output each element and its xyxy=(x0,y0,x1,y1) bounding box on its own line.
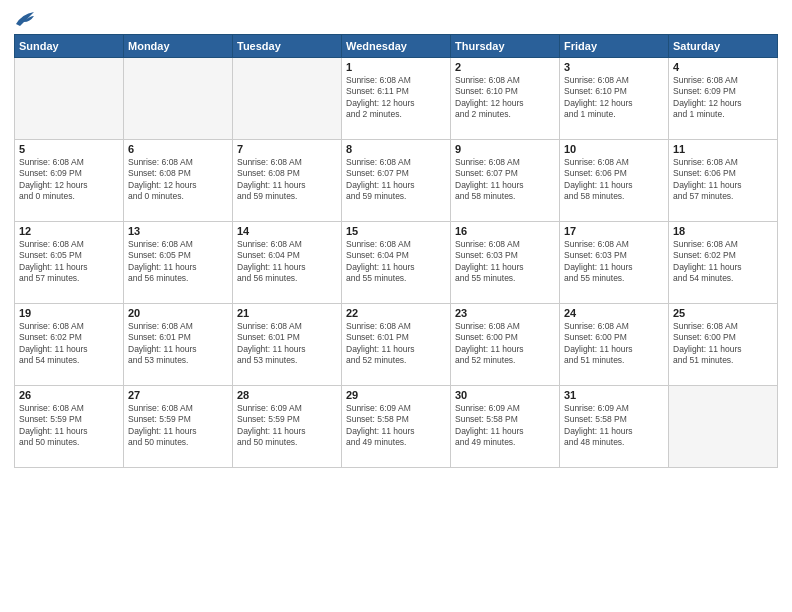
day-info: Sunrise: 6:08 AM Sunset: 6:09 PM Dayligh… xyxy=(19,157,119,203)
week-row-2: 12Sunrise: 6:08 AM Sunset: 6:05 PM Dayli… xyxy=(15,222,778,304)
calendar-table: SundayMondayTuesdayWednesdayThursdayFrid… xyxy=(14,34,778,468)
logo-bird-icon xyxy=(14,10,36,28)
day-info: Sunrise: 6:08 AM Sunset: 6:07 PM Dayligh… xyxy=(346,157,446,203)
calendar-cell: 30Sunrise: 6:09 AM Sunset: 5:58 PM Dayli… xyxy=(451,386,560,468)
day-number: 1 xyxy=(346,61,446,73)
day-number: 9 xyxy=(455,143,555,155)
day-info: Sunrise: 6:08 AM Sunset: 6:01 PM Dayligh… xyxy=(128,321,228,367)
calendar-cell: 17Sunrise: 6:08 AM Sunset: 6:03 PM Dayli… xyxy=(560,222,669,304)
day-info: Sunrise: 6:09 AM Sunset: 5:58 PM Dayligh… xyxy=(564,403,664,449)
calendar-cell: 12Sunrise: 6:08 AM Sunset: 6:05 PM Dayli… xyxy=(15,222,124,304)
calendar-cell: 11Sunrise: 6:08 AM Sunset: 6:06 PM Dayli… xyxy=(669,140,778,222)
header-day-friday: Friday xyxy=(560,35,669,58)
day-info: Sunrise: 6:08 AM Sunset: 6:08 PM Dayligh… xyxy=(128,157,228,203)
day-info: Sunrise: 6:08 AM Sunset: 6:00 PM Dayligh… xyxy=(564,321,664,367)
header-day-saturday: Saturday xyxy=(669,35,778,58)
week-row-3: 19Sunrise: 6:08 AM Sunset: 6:02 PM Dayli… xyxy=(15,304,778,386)
day-number: 24 xyxy=(564,307,664,319)
calendar-cell: 29Sunrise: 6:09 AM Sunset: 5:58 PM Dayli… xyxy=(342,386,451,468)
calendar-cell xyxy=(669,386,778,468)
day-number: 7 xyxy=(237,143,337,155)
day-info: Sunrise: 6:08 AM Sunset: 6:04 PM Dayligh… xyxy=(346,239,446,285)
day-number: 2 xyxy=(455,61,555,73)
header-day-monday: Monday xyxy=(124,35,233,58)
calendar-cell: 24Sunrise: 6:08 AM Sunset: 6:00 PM Dayli… xyxy=(560,304,669,386)
day-number: 17 xyxy=(564,225,664,237)
header-day-thursday: Thursday xyxy=(451,35,560,58)
header-day-wednesday: Wednesday xyxy=(342,35,451,58)
day-number: 27 xyxy=(128,389,228,401)
calendar-cell xyxy=(15,58,124,140)
day-info: Sunrise: 6:08 AM Sunset: 6:04 PM Dayligh… xyxy=(237,239,337,285)
calendar-cell: 26Sunrise: 6:08 AM Sunset: 5:59 PM Dayli… xyxy=(15,386,124,468)
calendar-cell: 5Sunrise: 6:08 AM Sunset: 6:09 PM Daylig… xyxy=(15,140,124,222)
day-number: 5 xyxy=(19,143,119,155)
calendar-cell: 22Sunrise: 6:08 AM Sunset: 6:01 PM Dayli… xyxy=(342,304,451,386)
week-row-0: 1Sunrise: 6:08 AM Sunset: 6:11 PM Daylig… xyxy=(15,58,778,140)
day-info: Sunrise: 6:08 AM Sunset: 6:03 PM Dayligh… xyxy=(564,239,664,285)
day-number: 21 xyxy=(237,307,337,319)
calendar-cell: 20Sunrise: 6:08 AM Sunset: 6:01 PM Dayli… xyxy=(124,304,233,386)
calendar-cell: 28Sunrise: 6:09 AM Sunset: 5:59 PM Dayli… xyxy=(233,386,342,468)
day-number: 6 xyxy=(128,143,228,155)
header-day-sunday: Sunday xyxy=(15,35,124,58)
day-info: Sunrise: 6:08 AM Sunset: 6:05 PM Dayligh… xyxy=(19,239,119,285)
day-info: Sunrise: 6:08 AM Sunset: 6:00 PM Dayligh… xyxy=(673,321,773,367)
week-row-1: 5Sunrise: 6:08 AM Sunset: 6:09 PM Daylig… xyxy=(15,140,778,222)
day-number: 13 xyxy=(128,225,228,237)
day-number: 4 xyxy=(673,61,773,73)
page: SundayMondayTuesdayWednesdayThursdayFrid… xyxy=(0,0,792,612)
day-number: 3 xyxy=(564,61,664,73)
calendar-cell: 27Sunrise: 6:08 AM Sunset: 5:59 PM Dayli… xyxy=(124,386,233,468)
header xyxy=(14,10,778,28)
day-number: 10 xyxy=(564,143,664,155)
calendar-cell xyxy=(124,58,233,140)
day-number: 14 xyxy=(237,225,337,237)
day-number: 20 xyxy=(128,307,228,319)
calendar-cell: 10Sunrise: 6:08 AM Sunset: 6:06 PM Dayli… xyxy=(560,140,669,222)
day-info: Sunrise: 6:08 AM Sunset: 5:59 PM Dayligh… xyxy=(19,403,119,449)
day-info: Sunrise: 6:08 AM Sunset: 6:11 PM Dayligh… xyxy=(346,75,446,121)
day-info: Sunrise: 6:08 AM Sunset: 6:01 PM Dayligh… xyxy=(237,321,337,367)
calendar-cell: 9Sunrise: 6:08 AM Sunset: 6:07 PM Daylig… xyxy=(451,140,560,222)
day-number: 16 xyxy=(455,225,555,237)
day-info: Sunrise: 6:08 AM Sunset: 6:10 PM Dayligh… xyxy=(455,75,555,121)
day-number: 25 xyxy=(673,307,773,319)
day-number: 22 xyxy=(346,307,446,319)
calendar-cell: 15Sunrise: 6:08 AM Sunset: 6:04 PM Dayli… xyxy=(342,222,451,304)
day-info: Sunrise: 6:08 AM Sunset: 6:00 PM Dayligh… xyxy=(455,321,555,367)
day-number: 11 xyxy=(673,143,773,155)
calendar-cell: 31Sunrise: 6:09 AM Sunset: 5:58 PM Dayli… xyxy=(560,386,669,468)
day-info: Sunrise: 6:09 AM Sunset: 5:59 PM Dayligh… xyxy=(237,403,337,449)
day-number: 31 xyxy=(564,389,664,401)
week-row-4: 26Sunrise: 6:08 AM Sunset: 5:59 PM Dayli… xyxy=(15,386,778,468)
calendar-cell: 25Sunrise: 6:08 AM Sunset: 6:00 PM Dayli… xyxy=(669,304,778,386)
calendar-cell: 13Sunrise: 6:08 AM Sunset: 6:05 PM Dayli… xyxy=(124,222,233,304)
day-number: 30 xyxy=(455,389,555,401)
day-info: Sunrise: 6:09 AM Sunset: 5:58 PM Dayligh… xyxy=(346,403,446,449)
calendar-cell: 21Sunrise: 6:08 AM Sunset: 6:01 PM Dayli… xyxy=(233,304,342,386)
day-info: Sunrise: 6:08 AM Sunset: 6:02 PM Dayligh… xyxy=(673,239,773,285)
day-info: Sunrise: 6:08 AM Sunset: 6:09 PM Dayligh… xyxy=(673,75,773,121)
calendar-cell: 16Sunrise: 6:08 AM Sunset: 6:03 PM Dayli… xyxy=(451,222,560,304)
day-info: Sunrise: 6:08 AM Sunset: 6:03 PM Dayligh… xyxy=(455,239,555,285)
header-row: SundayMondayTuesdayWednesdayThursdayFrid… xyxy=(15,35,778,58)
header-day-tuesday: Tuesday xyxy=(233,35,342,58)
day-info: Sunrise: 6:08 AM Sunset: 5:59 PM Dayligh… xyxy=(128,403,228,449)
logo xyxy=(14,10,36,28)
day-number: 18 xyxy=(673,225,773,237)
day-number: 26 xyxy=(19,389,119,401)
day-number: 23 xyxy=(455,307,555,319)
calendar-cell: 1Sunrise: 6:08 AM Sunset: 6:11 PM Daylig… xyxy=(342,58,451,140)
calendar-cell: 8Sunrise: 6:08 AM Sunset: 6:07 PM Daylig… xyxy=(342,140,451,222)
calendar-cell: 7Sunrise: 6:08 AM Sunset: 6:08 PM Daylig… xyxy=(233,140,342,222)
day-number: 15 xyxy=(346,225,446,237)
day-info: Sunrise: 6:08 AM Sunset: 6:06 PM Dayligh… xyxy=(673,157,773,203)
calendar-cell: 18Sunrise: 6:08 AM Sunset: 6:02 PM Dayli… xyxy=(669,222,778,304)
calendar-cell: 4Sunrise: 6:08 AM Sunset: 6:09 PM Daylig… xyxy=(669,58,778,140)
calendar-cell: 14Sunrise: 6:08 AM Sunset: 6:04 PM Dayli… xyxy=(233,222,342,304)
day-info: Sunrise: 6:08 AM Sunset: 6:06 PM Dayligh… xyxy=(564,157,664,203)
day-info: Sunrise: 6:09 AM Sunset: 5:58 PM Dayligh… xyxy=(455,403,555,449)
calendar-cell: 6Sunrise: 6:08 AM Sunset: 6:08 PM Daylig… xyxy=(124,140,233,222)
day-info: Sunrise: 6:08 AM Sunset: 6:02 PM Dayligh… xyxy=(19,321,119,367)
